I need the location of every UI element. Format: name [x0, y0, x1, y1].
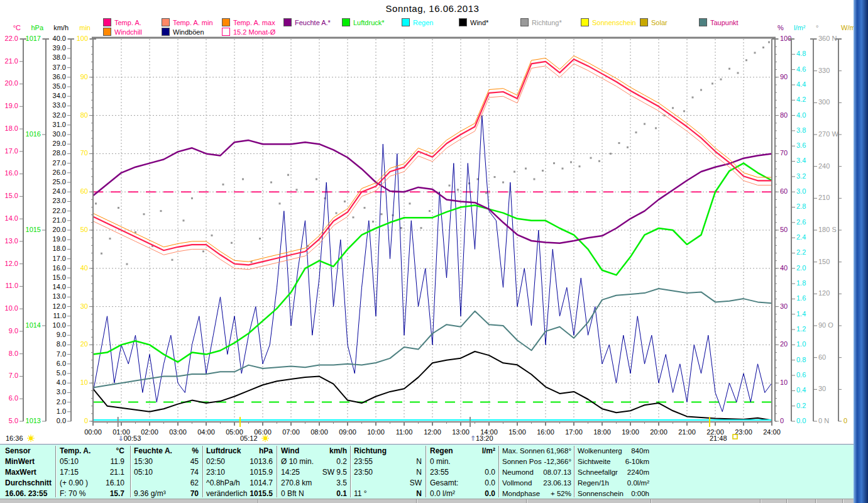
table-separator [130, 446, 131, 497]
svg-text:hPa: hPa [31, 24, 43, 31]
table-cell-wind: 270.8 km3.5 [281, 478, 347, 489]
svg-text:3.0: 3.0 [57, 388, 66, 395]
svg-text:0.2: 0.2 [796, 402, 806, 409]
svg-text:0.0: 0.0 [57, 417, 66, 424]
svg-text:22.0: 22.0 [5, 35, 18, 42]
status-segment-divider [842, 499, 843, 503]
svg-text:4.0: 4.0 [796, 111, 806, 119]
svg-text:0.4: 0.4 [796, 386, 806, 394]
svg-text:00:00: 00:00 [84, 428, 102, 436]
table-cell-feuchte: 9.36 g/m³70 [134, 489, 199, 499]
table-cell-feuchte: 05:1074 [134, 467, 199, 478]
table-row-label: MinWert [5, 456, 53, 467]
table-cell-wind: Windkm/h [281, 446, 347, 456]
svg-text:15.0: 15.0 [5, 192, 18, 199]
svg-text:0: 0 [780, 417, 784, 424]
svg-text:20: 20 [80, 340, 88, 348]
table-cell-regen: 0 min. [430, 456, 495, 467]
table-cell-temp: Temp. A.°C [60, 446, 124, 456]
svg-text:0.8: 0.8 [796, 356, 806, 363]
status-segment-divider [258, 499, 259, 503]
svg-text:1.2: 1.2 [796, 325, 806, 333]
svg-text:21.0: 21.0 [53, 216, 66, 224]
svg-text:40: 40 [80, 264, 88, 272]
svg-text:10:00: 10:00 [367, 428, 385, 436]
svg-text:0: 0 [84, 417, 88, 424]
svg-text:1013: 1013 [26, 417, 41, 424]
series-temp_min [93, 64, 772, 269]
svg-text:1.4: 1.4 [796, 310, 806, 318]
table-separator [277, 446, 278, 497]
svg-text:360 N: 360 N [818, 35, 837, 42]
svg-text:1.0: 1.0 [796, 340, 806, 348]
svg-text:18.0: 18.0 [53, 245, 66, 252]
svg-text:25.0: 25.0 [53, 178, 66, 185]
svg-text:0.0: 0.0 [796, 417, 806, 424]
svg-text:°: ° [816, 24, 818, 31]
svg-text:0 N: 0 N [818, 417, 829, 424]
svg-text:1017: 1017 [26, 35, 41, 42]
svg-text:32.0: 32.0 [53, 111, 66, 119]
table-cell-feuchte: 15:3045 [134, 456, 199, 467]
svg-text:5.0: 5.0 [9, 417, 18, 424]
svg-text:13.0: 13.0 [5, 237, 18, 245]
table-cell-richtung: SW [354, 478, 422, 489]
svg-text:05:12: 05:12 [240, 434, 258, 442]
svg-text:30.0: 30.0 [53, 130, 66, 138]
status-segment-divider [786, 499, 788, 503]
svg-text:40.0: 40.0 [53, 35, 66, 42]
status-segment-divider [815, 499, 816, 503]
table-cell-luftdruck: ^0.8hPa/h1014.7 [206, 478, 273, 489]
svg-text:18.0: 18.0 [5, 124, 18, 132]
svg-text:17.0: 17.0 [53, 255, 66, 262]
svg-text:min: min [79, 24, 91, 31]
svg-text:4.2: 4.2 [796, 96, 806, 103]
svg-text:60: 60 [818, 353, 826, 361]
svg-text:16.0: 16.0 [5, 169, 18, 177]
svg-text:07:00: 07:00 [282, 428, 300, 436]
svg-text:00:53: 00:53 [124, 434, 141, 442]
svg-text:21.0: 21.0 [5, 57, 18, 65]
status-segment-divider [526, 499, 527, 503]
svg-text:120: 120 [818, 289, 830, 297]
table-cell-astro: Sonnen Pos-12,366° [502, 456, 571, 467]
svg-text:02:00: 02:00 [141, 428, 158, 436]
table-cell-feuchte: 62 [134, 478, 199, 489]
table-row-label: Sensor [5, 446, 53, 456]
svg-text:19.0: 19.0 [5, 102, 18, 109]
table-cell-temp: F: 70 %15.7 [60, 489, 124, 499]
svg-text:%: % [777, 24, 784, 31]
table-cell-richtung: 11 °N [354, 489, 422, 499]
svg-text:22.0: 22.0 [53, 207, 66, 214]
table-cell-regen: 0.0 l/m²0.0 [430, 489, 495, 499]
svg-text:37.0: 37.0 [53, 64, 66, 71]
svg-text:15:00: 15:00 [508, 428, 526, 436]
table-cell-richtung: 23:50N [354, 467, 422, 478]
svg-text:12.0: 12.0 [53, 302, 66, 310]
svg-text:04:00: 04:00 [197, 428, 215, 436]
svg-text:11:00: 11:00 [396, 428, 413, 436]
sensor-table: SensorMinWertMaxWertDurchschnitt16.06. 2… [0, 444, 854, 499]
table-separator [498, 446, 500, 497]
svg-text:09:00: 09:00 [339, 428, 356, 436]
svg-text:17:00: 17:00 [565, 428, 583, 436]
svg-text:10.0: 10.0 [5, 304, 18, 312]
svg-text:13.0: 13.0 [53, 292, 66, 300]
svg-text:3.8: 3.8 [796, 126, 806, 134]
svg-text:3.2: 3.2 [796, 172, 806, 180]
svg-text:l/m²: l/m² [794, 24, 806, 31]
table-cell-astro: Max. Sonnen61,968° [502, 446, 571, 456]
svg-text:31.0: 31.0 [53, 121, 66, 128]
svg-text:16.0: 16.0 [53, 264, 66, 272]
svg-text:7.0: 7.0 [9, 372, 18, 379]
svg-text:1015: 1015 [26, 226, 41, 233]
svg-text:23.0: 23.0 [53, 197, 66, 204]
svg-text:15.0: 15.0 [53, 274, 66, 281]
table-separator [55, 446, 57, 497]
time-axis: 00:0001:0002:0003:0004:0005:0006:0007:00… [84, 421, 781, 436]
svg-text:°C: °C [13, 24, 21, 31]
svg-text:50: 50 [780, 226, 788, 233]
table-cell-regen: Regenl/m² [430, 446, 495, 456]
svg-text:5.0: 5.0 [57, 369, 66, 377]
svg-text:1.8: 1.8 [796, 279, 806, 287]
